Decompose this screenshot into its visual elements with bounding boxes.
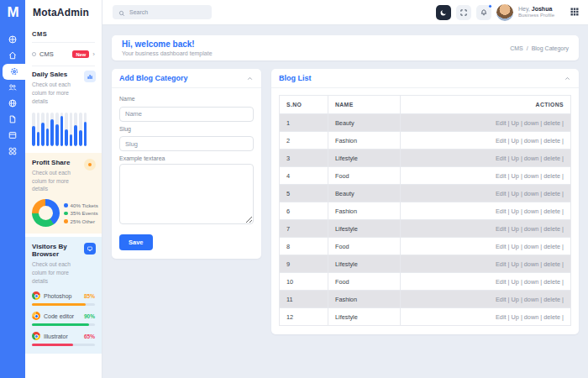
sidebar-item-cms[interactable]: CMS New ›	[32, 47, 95, 61]
profit-share-title: Profit Share	[32, 159, 84, 166]
cell-sno: 7	[280, 220, 328, 238]
rail-item-dashboard[interactable]	[0, 32, 25, 48]
table-row: 6 Fashion Edit | Up | down | delete |	[280, 202, 571, 220]
table-card-title: Blog List	[279, 74, 312, 82]
bar	[79, 113, 82, 146]
chrome-icon	[32, 332, 40, 340]
new-badge: New	[72, 50, 89, 58]
column-header-sno: S.NO	[280, 96, 328, 114]
rail-item-users[interactable]	[0, 80, 25, 96]
app-title: MotaAdmin	[25, 0, 102, 25]
table-row: 9 Lifestyle Edit | Up | down | delete |	[280, 255, 571, 273]
dark-mode-toggle[interactable]	[436, 5, 451, 20]
rail-item-cms-active[interactable]	[3, 64, 25, 80]
cell-name: Lifestyle	[328, 255, 401, 273]
cell-actions[interactable]: Edit | Up | down | delete |	[401, 273, 571, 291]
visitors-subtitle: Check out each colum for more details	[32, 260, 84, 286]
divider	[32, 66, 95, 66]
sidebar-section-title: CMS	[32, 30, 95, 38]
cell-sno: 2	[280, 132, 328, 150]
rail-item-pages[interactable]	[0, 112, 25, 128]
fullscreen-button[interactable]	[456, 5, 471, 20]
cell-actions[interactable]: Edit | Up | down | delete |	[401, 167, 571, 185]
app-logo[interactable]: M	[0, 0, 25, 25]
legend-item: 35% Events	[64, 210, 98, 216]
breadcrumb-current: Blog Category	[532, 45, 569, 51]
breadcrumb-parent[interactable]: CMS	[510, 45, 523, 51]
dashboard-icon	[8, 33, 18, 48]
cell-actions[interactable]: Edit | Up | down | delete |	[401, 255, 571, 273]
table-row: 4 Food Edit | Up | down | delete |	[280, 167, 571, 185]
cell-name: Fashion	[328, 202, 401, 220]
profit-share-section: Profit Share Check out each colum for mo…	[25, 153, 102, 234]
daily-sales-bar-chart	[32, 113, 95, 146]
legend-item: 25% Other	[64, 218, 98, 224]
table-row: 1 Beauty Edit | Up | down | delete |	[280, 114, 571, 132]
visitors-title: Visitors By Browser	[32, 243, 84, 258]
cell-actions[interactable]: Edit | Up | down | delete |	[401, 220, 571, 238]
bar	[65, 113, 68, 146]
visitors-list: Photoshop85% Code editor90% Illustrator6…	[32, 291, 95, 346]
legend-item: 40% Tickets	[64, 202, 98, 208]
table-row: 3 Lifestyle Edit | Up | down | delete |	[280, 150, 571, 167]
icon-rail: M	[0, 0, 25, 378]
notifications-button[interactable]	[476, 5, 491, 20]
apps-launcher-button[interactable]	[570, 5, 580, 20]
bar	[32, 113, 35, 146]
example-textarea[interactable]	[119, 164, 254, 224]
name-label: Name	[119, 96, 254, 102]
cell-sno: 12	[280, 308, 328, 326]
daily-sales-subtitle: Check out each colum for more details	[32, 81, 84, 106]
visitor-item: Photoshop85%	[32, 291, 95, 306]
cell-name: Lifestyle	[328, 150, 401, 167]
avatar[interactable]	[496, 4, 513, 21]
cell-sno: 9	[280, 255, 328, 273]
save-button[interactable]: Save	[119, 234, 153, 250]
collapse-button[interactable]	[246, 75, 254, 82]
slug-field[interactable]	[119, 136, 254, 151]
bar	[50, 113, 54, 146]
collapse-button[interactable]	[564, 75, 571, 82]
blog-list-table: S.NO NAME ACTIONS 1 Beauty Edit | Up | d…	[279, 95, 571, 326]
bar	[84, 113, 87, 146]
cell-actions[interactable]: Edit | Up | down | delete |	[401, 291, 571, 308]
monitor-icon	[84, 243, 96, 255]
sidebar-item-label: CMS	[39, 50, 54, 58]
cell-actions[interactable]: Edit | Up | down | delete |	[401, 132, 571, 150]
chrome-icon	[32, 291, 40, 300]
cell-actions[interactable]: Edit | Up | down | delete |	[401, 238, 571, 255]
search-box[interactable]	[113, 5, 212, 19]
welcome-title: Hi, welcome back!	[122, 39, 213, 49]
cell-actions[interactable]: Edit | Up | down | delete |	[401, 150, 571, 167]
cell-actions[interactable]: Edit | Up | down | delete |	[401, 202, 571, 220]
cell-actions[interactable]: Edit | Up | down | delete |	[401, 185, 571, 202]
bar	[41, 113, 45, 146]
column-header-actions: ACTIONS	[401, 96, 571, 114]
rail-item-layouts[interactable]	[0, 128, 25, 144]
visitor-item: Illustrator65%	[32, 332, 95, 346]
cell-name: Lifestyle	[328, 308, 401, 326]
table-row: 10 Food Edit | Up | down | delete |	[280, 273, 571, 291]
cell-actions[interactable]: Edit | Up | down | delete |	[401, 308, 571, 326]
cell-name: Fashion	[328, 132, 401, 150]
daily-sales-title: Daily Sales	[32, 71, 84, 78]
bar-chart-icon	[84, 71, 96, 82]
blog-list-card: Blog List S.NO NAME ACTIONS 1 Beauty	[271, 69, 579, 334]
rail-item-home[interactable]	[0, 48, 25, 64]
cell-name: Beauty	[328, 185, 401, 202]
user-info[interactable]: Hey, Joshua Business Profile	[518, 6, 554, 19]
welcome-banner: Hi, welcome back! Your business dashboar…	[112, 35, 579, 60]
rail-item-apps[interactable]	[0, 144, 25, 160]
form-card-title: Add Blog Category	[119, 74, 188, 82]
chevron-right-icon: ›	[92, 51, 95, 58]
search-input[interactable]	[129, 9, 206, 15]
cell-sno: 3	[280, 150, 328, 167]
cell-actions[interactable]: Edit | Up | down | delete |	[401, 114, 571, 132]
textarea-label: Example textarea	[119, 155, 254, 161]
globe-icon	[8, 97, 18, 112]
rail-item-globe[interactable]	[0, 96, 25, 112]
firefox-icon	[32, 312, 40, 320]
moon-icon	[439, 5, 448, 20]
table-row: 2 Fashion Edit | Up | down | delete |	[280, 132, 571, 150]
name-field[interactable]	[119, 107, 254, 122]
